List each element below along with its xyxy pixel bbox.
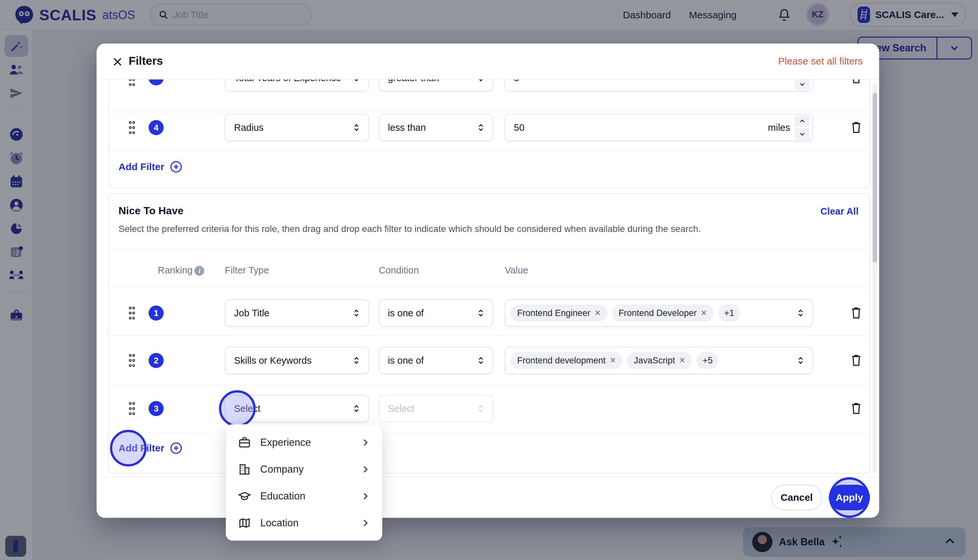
unit-label: miles	[768, 122, 790, 133]
value-text: 50	[514, 122, 768, 133]
filter-type-value: Total Years of Experience	[234, 80, 351, 83]
plus-circle-icon	[170, 442, 183, 455]
drag-handle-icon[interactable]	[128, 80, 135, 88]
rank-badge: 3	[149, 401, 164, 416]
trash-icon	[850, 80, 863, 84]
add-filter-button[interactable]: Add Filter	[118, 442, 183, 455]
number-stepper[interactable]	[795, 115, 810, 140]
delete-row-button[interactable]	[849, 400, 863, 416]
clear-all-button[interactable]: Clear All	[820, 206, 858, 217]
menu-item-label: Education	[260, 490, 351, 502]
graduation-cap-icon	[238, 490, 251, 503]
add-filter-label: Add Filter	[118, 161, 164, 172]
row-divider	[108, 432, 870, 433]
remove-chip-icon[interactable]: ✕	[701, 308, 707, 318]
menu-item-company[interactable]: Company	[226, 456, 382, 483]
filter-type-value: Skills or Keywords	[234, 355, 351, 366]
add-filter-button[interactable]: Add Filter	[118, 160, 183, 173]
condition-value: greater than	[388, 80, 476, 83]
delete-row-button[interactable]	[849, 305, 863, 320]
chevron-down-icon	[798, 80, 806, 88]
drag-handle-icon[interactable]	[128, 352, 135, 369]
filter-type-select[interactable]: Job Title	[225, 299, 369, 327]
filter-type-select[interactable]: Radius	[225, 114, 369, 141]
menu-item-experience[interactable]: Experience	[226, 429, 382, 456]
filter-type-value: Radius	[234, 122, 351, 133]
step-down-button[interactable]	[795, 128, 810, 140]
modal-footer: Cancel Apply	[97, 477, 879, 518]
app-root: SCALIS atsOS Dashboard Messaging KZ SCAL…	[0, 0, 978, 560]
more-chip: +5	[696, 352, 718, 369]
drag-handle-icon[interactable]	[128, 119, 135, 136]
close-button[interactable]	[110, 55, 125, 69]
drag-handle-icon[interactable]	[128, 305, 135, 322]
filter-type-select-open[interactable]: Select	[225, 395, 369, 422]
value-multiselect[interactable]: Frontend development✕ JavaScript✕ +5	[505, 347, 813, 374]
step-up-button[interactable]	[795, 115, 810, 127]
condition-value: is one of	[388, 355, 476, 366]
modal-header: Filters Please set all filters	[97, 43, 879, 80]
condition-select[interactable]: is one of	[379, 347, 493, 374]
chevron-up-icon	[798, 117, 806, 125]
scrollbar-thumb[interactable]	[873, 93, 877, 263]
chip-label: Frontend development	[517, 355, 606, 366]
column-header-filter-type: Filter Type	[225, 265, 269, 276]
building-icon	[238, 463, 251, 476]
menu-item-education[interactable]: Education	[226, 483, 382, 510]
unfold-icon	[351, 355, 362, 366]
delete-row-button[interactable]	[849, 119, 863, 135]
section-description: Select the preferred criteria for this r…	[118, 224, 701, 234]
filters-modal: Filters Please set all filters Total Yea…	[97, 43, 879, 518]
number-stepper[interactable]	[795, 80, 810, 90]
step-down-button[interactable]	[795, 80, 810, 90]
rank-badge: 1	[149, 305, 164, 320]
value-chip: Frontend development✕	[511, 352, 623, 369]
delete-row-button[interactable]	[849, 80, 863, 85]
rank-badge: 2	[149, 353, 164, 368]
filter-type-value: Job Title	[234, 308, 351, 318]
filter-type-dropdown-menu: Experience Company Education Location	[226, 424, 382, 541]
filter-type-select[interactable]: Skills or Keywords	[225, 347, 369, 374]
remove-chip-icon[interactable]: ✕	[594, 308, 601, 318]
drag-handle-icon[interactable]	[128, 400, 135, 417]
more-chip: +1	[718, 305, 740, 322]
unfold-icon	[476, 80, 486, 83]
unfold-icon	[476, 122, 486, 133]
chevron-right-icon	[360, 465, 370, 474]
row-divider	[108, 335, 870, 336]
delete-row-button[interactable]	[849, 352, 863, 368]
value-input[interactable]: 5	[505, 80, 813, 92]
menu-item-location[interactable]: Location	[226, 510, 382, 537]
plus-circle-icon	[170, 160, 183, 173]
unfold-icon	[351, 122, 362, 133]
remove-chip-icon[interactable]: ✕	[679, 356, 685, 365]
column-label: Ranking	[158, 265, 192, 275]
rank-badge: 4	[149, 120, 164, 135]
nice-to-have-card: Nice To Have Clear All Select the prefer…	[108, 193, 870, 473]
condition-select[interactable]: is one of	[379, 299, 493, 327]
value-multiselect[interactable]: Frontend Engineer✕ Frontend Developer✕ +…	[505, 299, 813, 327]
chevron-right-icon	[360, 438, 370, 447]
apply-button[interactable]: Apply	[829, 485, 870, 510]
validation-warning: Please set all filters	[778, 56, 863, 67]
section-title: Nice To Have	[118, 205, 184, 217]
value-text: 5	[514, 80, 790, 83]
unfold-icon	[351, 80, 362, 83]
unfold-icon	[476, 308, 486, 318]
condition-select-disabled[interactable]: Select	[379, 395, 493, 422]
unfold-icon	[476, 355, 486, 366]
trash-icon	[850, 402, 863, 415]
info-icon[interactable]: i	[194, 266, 204, 276]
condition-select[interactable]: greater than	[379, 80, 493, 92]
cancel-button[interactable]: Cancel	[771, 485, 822, 510]
value-input[interactable]: 50 miles	[505, 114, 813, 141]
chevron-right-icon	[360, 491, 370, 501]
filter-type-select[interactable]: Total Years of Experience	[225, 80, 369, 92]
row-divider	[108, 112, 870, 112]
briefcase-icon	[238, 436, 251, 449]
chip-label: JavaScript	[634, 355, 675, 366]
column-header-condition: Condition	[379, 265, 419, 276]
condition-select[interactable]: less than	[379, 114, 493, 141]
remove-chip-icon[interactable]: ✕	[609, 356, 616, 365]
close-icon	[112, 56, 124, 68]
